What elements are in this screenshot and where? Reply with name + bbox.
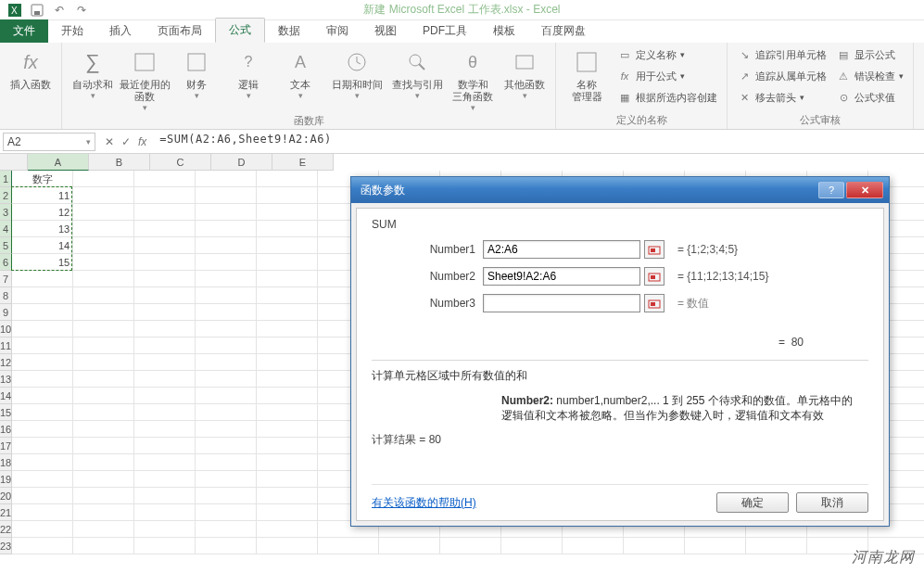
cell[interactable]: 14 bbox=[12, 237, 73, 254]
cell[interactable] bbox=[257, 287, 318, 304]
cell[interactable] bbox=[134, 488, 196, 504]
cell[interactable] bbox=[134, 471, 196, 488]
cell[interactable] bbox=[134, 454, 196, 471]
cell[interactable] bbox=[196, 438, 257, 454]
arg2-ref-button[interactable] bbox=[644, 267, 665, 286]
cell[interactable] bbox=[12, 421, 73, 438]
cell[interactable] bbox=[196, 237, 257, 254]
col-header-B[interactable]: B bbox=[89, 154, 150, 171]
cell[interactable] bbox=[196, 488, 257, 504]
define-name-button[interactable]: ▭定义名称 ▾ bbox=[614, 45, 721, 65]
cell[interactable] bbox=[73, 454, 134, 471]
cell[interactable]: 12 bbox=[12, 204, 73, 221]
cell[interactable] bbox=[257, 304, 318, 321]
use-in-formula-button[interactable]: fx用于公式 ▾ bbox=[614, 66, 721, 86]
row-header[interactable]: 23 bbox=[0, 538, 12, 554]
cell[interactable] bbox=[257, 488, 318, 504]
cell[interactable]: 15 bbox=[12, 254, 73, 271]
cell[interactable] bbox=[257, 404, 318, 421]
cell[interactable] bbox=[196, 204, 257, 221]
cell[interactable] bbox=[196, 271, 257, 287]
cell[interactable] bbox=[196, 388, 257, 404]
cell[interactable] bbox=[73, 337, 134, 354]
cell[interactable] bbox=[196, 504, 257, 521]
name-manager-button[interactable]: 名称 管理器 bbox=[562, 45, 612, 103]
undo-icon[interactable]: ↶ bbox=[52, 3, 67, 18]
cell[interactable] bbox=[257, 471, 318, 488]
cell[interactable] bbox=[12, 304, 73, 321]
cell[interactable] bbox=[12, 438, 73, 454]
row-header[interactable]: 17 bbox=[0, 438, 12, 454]
row-header[interactable]: 4 bbox=[0, 221, 12, 237]
ok-button[interactable]: 确定 bbox=[716, 492, 789, 513]
trace-precedents-button[interactable]: ↘追踪引用单元格 bbox=[733, 45, 830, 65]
cell[interactable] bbox=[196, 171, 257, 187]
cell[interactable] bbox=[257, 254, 318, 271]
tab-home[interactable]: 开始 bbox=[48, 19, 96, 43]
datetime-button[interactable]: 日期和时间▾ bbox=[327, 45, 386, 100]
cell[interactable] bbox=[318, 538, 379, 554]
cell[interactable] bbox=[257, 538, 318, 554]
cell[interactable] bbox=[257, 237, 318, 254]
cell[interactable] bbox=[563, 538, 624, 554]
tab-formulas[interactable]: 公式 bbox=[215, 18, 265, 43]
col-header-A[interactable]: A bbox=[28, 154, 89, 171]
dialog-close-button[interactable]: ✕ bbox=[846, 182, 883, 198]
cell[interactable] bbox=[12, 354, 73, 371]
row-header[interactable]: 12 bbox=[0, 354, 12, 371]
cell[interactable] bbox=[73, 254, 134, 271]
cell[interactable] bbox=[12, 471, 73, 488]
cell[interactable] bbox=[73, 287, 134, 304]
cell[interactable] bbox=[257, 271, 318, 287]
cell[interactable] bbox=[73, 421, 134, 438]
fx-button-icon[interactable]: fx bbox=[138, 135, 146, 148]
cell[interactable] bbox=[73, 354, 134, 371]
cell[interactable]: 11 bbox=[12, 187, 73, 204]
row-header[interactable]: 19 bbox=[0, 471, 12, 488]
cell[interactable] bbox=[257, 388, 318, 404]
cell[interactable] bbox=[807, 538, 868, 554]
error-check-button[interactable]: ⚠错误检查 ▾ bbox=[832, 66, 907, 86]
cell[interactable] bbox=[685, 538, 746, 554]
cell[interactable] bbox=[12, 271, 73, 287]
cell[interactable] bbox=[196, 337, 257, 354]
create-from-selection-button[interactable]: ▦根据所选内容创建 bbox=[614, 87, 721, 108]
financial-button[interactable]: 财务▾ bbox=[171, 45, 222, 100]
cell[interactable] bbox=[12, 337, 73, 354]
row-header[interactable]: 5 bbox=[0, 237, 12, 254]
autosum-button[interactable]: ∑自动求和▾ bbox=[68, 45, 118, 100]
cell[interactable] bbox=[257, 354, 318, 371]
cell[interactable] bbox=[134, 171, 196, 187]
cell[interactable] bbox=[196, 187, 257, 204]
cell[interactable] bbox=[134, 354, 196, 371]
name-box[interactable]: A2▾ bbox=[3, 133, 95, 151]
col-header-E[interactable]: E bbox=[272, 154, 334, 171]
cell[interactable] bbox=[73, 221, 134, 237]
cell[interactable] bbox=[196, 521, 257, 538]
cell[interactable] bbox=[134, 237, 196, 254]
dialog-help-button[interactable]: ? bbox=[818, 182, 844, 198]
cell[interactable] bbox=[134, 271, 196, 287]
formula-input[interactable]: =SUM(A2:A6,Sheet9!A2:A6) bbox=[156, 133, 924, 151]
cell[interactable] bbox=[134, 304, 196, 321]
cell[interactable] bbox=[501, 538, 563, 554]
cell[interactable] bbox=[257, 187, 318, 204]
cell[interactable] bbox=[134, 321, 196, 337]
tab-insert[interactable]: 插入 bbox=[96, 19, 145, 43]
cell[interactable] bbox=[73, 438, 134, 454]
row-header[interactable]: 9 bbox=[0, 304, 12, 321]
cell[interactable] bbox=[257, 337, 318, 354]
cell[interactable] bbox=[746, 538, 807, 554]
recent-fn-button[interactable]: 最近使用的 函数▾ bbox=[120, 45, 170, 112]
cell[interactable] bbox=[12, 454, 73, 471]
row-header[interactable]: 21 bbox=[0, 504, 12, 521]
tab-pdf[interactable]: PDF工具 bbox=[410, 19, 480, 43]
cell[interactable] bbox=[257, 371, 318, 388]
more-fn-button[interactable]: 其他函数▾ bbox=[500, 45, 550, 100]
cell[interactable] bbox=[134, 388, 196, 404]
watch-window-button[interactable]: 监视窗口 bbox=[919, 45, 924, 91]
cell[interactable] bbox=[196, 471, 257, 488]
cell[interactable] bbox=[196, 221, 257, 237]
select-all-button[interactable] bbox=[0, 154, 28, 171]
cell[interactable] bbox=[12, 321, 73, 337]
